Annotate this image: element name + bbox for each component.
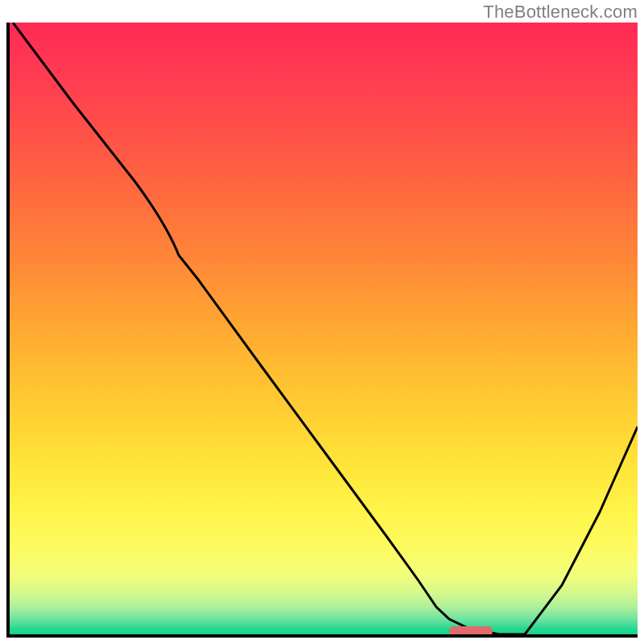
plot-frame bbox=[6, 23, 638, 638]
watermark-text: TheBottleneck.com bbox=[483, 2, 638, 23]
curve-path bbox=[13, 23, 638, 634]
optimal-range-marker bbox=[449, 626, 493, 636]
curve-svg bbox=[10, 23, 638, 634]
chart-container: TheBottleneck.com bbox=[0, 0, 644, 644]
